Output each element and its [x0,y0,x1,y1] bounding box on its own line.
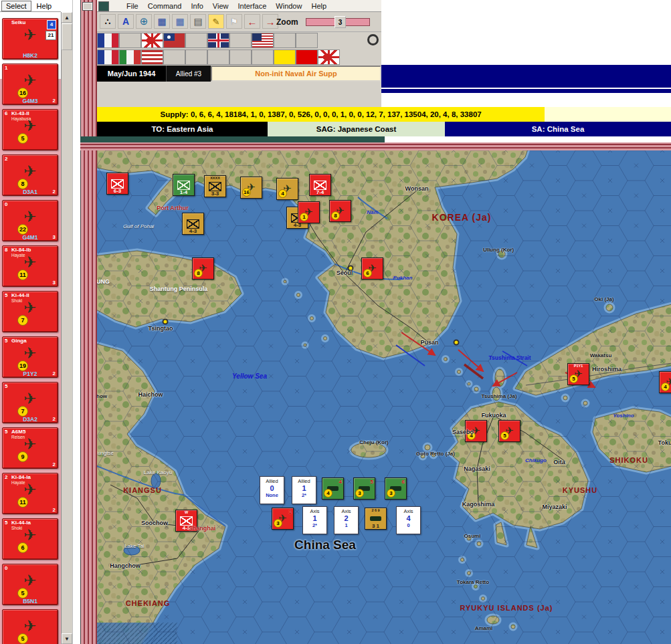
toolbar: Zoom 3 [97,12,381,32]
france-flag[interactable] [97,49,119,65]
unit-corner-value: 0 [5,565,7,571]
blank-flag[interactable] [207,49,229,65]
air-unit-counter[interactable]: 0 ✈ 22 G4M1 3 [2,200,58,241]
italy-flag[interactable] [119,49,141,65]
unit-corner-value: 5 [5,292,7,298]
blank-flag[interactable] [252,49,274,65]
unit-name: Ki-43-II [11,110,29,116]
air-unit-counter[interactable]: 8 Ki-84-Ib Hayate ✈ 11 3 [2,245,58,287]
unit-model: B5N1 [23,598,37,605]
unit-range-badge: 7 [17,406,28,417]
scroll-up-icon[interactable]: ▲ [62,12,72,23]
phase-indicator: Non-init Naval Air Supp [211,66,381,82]
blank-flag[interactable] [274,33,296,48]
china-roc-flag[interactable] [163,33,185,48]
air-unit-counter[interactable]: 5 Ki-44-II Shoki ✈ 7 [2,291,58,332]
air-unit-counter[interactable]: 2 Ki-84-Ia Hayate ✈ 11 2 [2,473,58,514]
menu-view[interactable]: View [213,2,229,10]
window-control-icon[interactable] [82,2,93,11]
air-unit-counter[interactable]: 1 ✈ 16 G4M3 2 [2,64,58,105]
yellow-flag[interactable] [274,49,296,65]
air-unit-counter[interactable]: 6 Ki-43-II Hayabusa ✈ 5 [2,109,58,150]
scrollbar-thumb[interactable] [62,23,72,50]
red-flag[interactable] [296,49,318,65]
air-unit-counter[interactable]: 5 Ginga ✈ 19 P1Y2 2 [2,336,58,378]
zoom-label: Zoom [276,17,298,27]
japan-naval-flag[interactable] [141,33,163,48]
unit-corner-value: 0 [5,201,7,207]
record-circle-icon[interactable] [367,34,379,45]
air-unit-counter[interactable]: 5 A6M5 Reisen ✈ 9 2 [2,427,58,469]
combat-section-value: 0 [397,522,420,528]
unit-range-badge: 9 [17,451,28,462]
menu-file[interactable]: File [126,2,138,10]
font-icon[interactable] [118,14,134,29]
unit-range-badge: 5 [17,133,28,144]
grid-icon[interactable] [172,14,188,29]
zoom-slider-thumb[interactable]: 3 [334,16,346,28]
naval-combat-box: Axis 4 0 [396,506,421,534]
aircraft-silhouette-icon: ✈ [23,73,36,88]
japan-naval-flag[interactable] [318,49,340,65]
combat-side-label: Allied [292,478,316,484]
blank-flag[interactable] [185,49,207,65]
unit-name: Ki-44-II [11,292,29,298]
edit-icon[interactable] [208,14,224,29]
zoom-slider[interactable]: 3 [306,18,370,26]
air-unit-counter[interactable]: Seiku ✈ H8K2 4 21 [2,18,58,60]
help-menu[interactable]: Help [37,2,52,10]
select-menu[interactable]: Select [1,1,31,11]
unit-model: G4M3 [22,98,37,104]
game-map[interactable]: 6-3 1-4 XXXX 3-3 16 [97,150,671,644]
air-unit-counter[interactable]: ✈ 5 Ki-61 [2,609,58,644]
blank-flag[interactable] [229,49,252,65]
menu-help[interactable]: Help [311,2,326,10]
air-unit-counter[interactable]: 2 ✈ 8 D3A1 2 [2,154,58,196]
menu-window[interactable]: Window [276,2,302,10]
sidebar-menubar: Select Help [0,0,61,12]
blank-flag[interactable] [119,33,141,48]
unit-model: D3A1 [23,189,37,195]
blank-flag[interactable] [185,33,207,48]
air-unit-counter[interactable]: 0 ✈ 5 B5N1 [2,564,58,605]
naval-combat-box: Axis 2 1 [334,506,359,534]
air-unit-counter[interactable]: 5 Ki-44-Ia Shoki ✈ 6 [2,518,58,560]
unit-range-badge: 7 [17,315,28,326]
region-status-row: TO: Eastern Asia SAG: Japanese Coast SA:… [97,122,671,136]
chrome-filler-right [381,93,671,107]
blank-flag[interactable] [163,49,185,65]
unit-corner-value-2: 2 [53,370,56,377]
usa-flag[interactable] [252,33,274,48]
aircraft-silhouette-icon: ✈ [23,209,36,225]
unit-corner-value: 6 [5,110,7,116]
aircraft-silhouette-icon: ✈ [23,300,36,316]
save-icon[interactable] [154,14,170,29]
naval-combat-box: Allied 1 2* [292,476,316,504]
globe-icon[interactable] [136,14,152,29]
us-stripes-flag[interactable] [141,49,163,65]
walk-icon[interactable] [100,14,116,29]
notes-icon[interactable] [190,14,206,29]
flag-icon[interactable] [226,14,242,29]
unit-corner-value: 5 [5,429,7,435]
unit-sidebar: Select Help Seiku ✈ H8K2 4 21 1 [0,0,61,644]
country-flag-bar [97,32,381,66]
blank-flag[interactable] [229,33,252,48]
blank-flag[interactable] [296,33,318,48]
unit-name: A6M5 [11,429,25,435]
menu-command[interactable]: Command [148,2,182,10]
naval-combat-box: Allied 0 None [260,476,284,504]
turn-date: May/Jun 1944 [97,66,166,82]
menu-info[interactable]: Info [191,2,203,10]
air-unit-counter[interactable]: 5 ✈ 7 D3A2 2 [2,382,58,423]
france-flag[interactable] [97,33,119,48]
app-screen: Select Help Seiku ✈ H8K2 4 21 1 [0,0,671,644]
sidebar-scrollbar[interactable]: ▲ ▼ [61,12,72,644]
menu-interface[interactable]: Interface [238,2,267,10]
scroll-down-icon[interactable]: ▼ [62,633,72,644]
unit-range-badge: 22 [17,224,28,235]
uk-flag[interactable] [207,33,229,48]
unit-range-badge: 5 [17,633,28,644]
back-icon[interactable] [244,14,260,29]
theater-indicator: TO: Eastern Asia [97,122,268,136]
